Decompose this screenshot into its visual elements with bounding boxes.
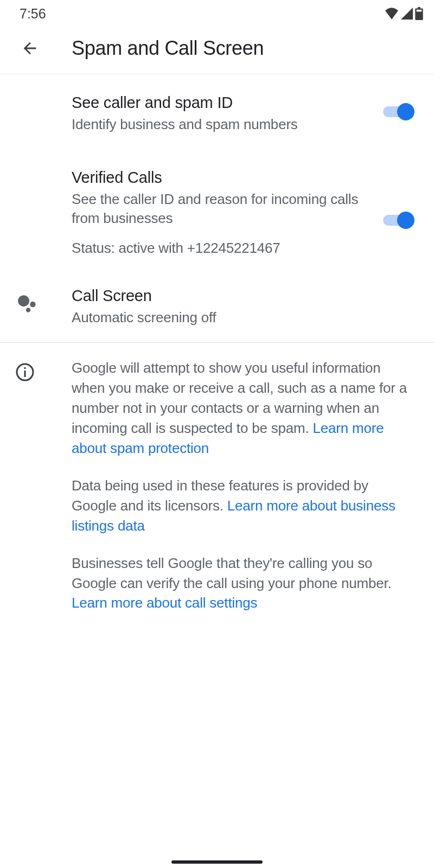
setting-subtitle: See the caller ID and reason for incomin… [72, 190, 385, 228]
nav-home-indicator[interactable] [171, 860, 263, 864]
arrow-left-icon [21, 39, 39, 58]
setting-title: Verified Calls [72, 169, 385, 187]
setting-verified-calls[interactable]: Verified Calls See the caller ID and rea… [0, 149, 434, 272]
cellular-icon [401, 8, 413, 20]
setting-subtitle: Automatic screening off [72, 308, 414, 327]
setting-title: Call Screen [72, 287, 414, 305]
wifi-icon [385, 8, 399, 20]
settings-list: See caller and spam ID Identify business… [0, 74, 434, 628]
battery-icon [415, 7, 423, 20]
status-bar: 7:56 [0, 0, 434, 25]
toggle-thumb [397, 212, 414, 229]
assistant-icon [15, 291, 41, 317]
setting-caller-spam-id[interactable]: See caller and spam ID Identify business… [0, 74, 434, 149]
info-paragraph-3: Businesses tell Google that they're call… [72, 553, 414, 614]
setting-subtitle: Identify business and spam numbers [72, 115, 385, 134]
svg-point-1 [30, 302, 36, 308]
info-section: Google will attempt to show you useful i… [0, 343, 434, 628]
learn-more-settings-link[interactable]: Learn more about call settings [72, 595, 257, 611]
toggle-verified-calls[interactable] [383, 212, 414, 229]
setting-status: Status: active with +12245221467 [72, 240, 385, 257]
info-text: Businesses tell Google that they're call… [72, 555, 392, 591]
info-paragraph-2: Data being used in these features is pro… [72, 476, 414, 536]
svg-point-0 [18, 295, 29, 307]
svg-rect-3 [24, 371, 26, 377]
status-time: 7:56 [20, 6, 46, 22]
status-icons [385, 7, 423, 20]
svg-rect-4 [24, 367, 26, 369]
back-button[interactable] [20, 38, 40, 59]
svg-point-2 [26, 308, 30, 312]
setting-title: See caller and spam ID [72, 94, 385, 112]
toggle-caller-spam-id[interactable] [383, 103, 414, 120]
page-title: Spam and Call Screen [72, 37, 264, 60]
info-icon [15, 362, 37, 384]
info-paragraph-1: Google will attempt to show you useful i… [72, 358, 414, 458]
header: Spam and Call Screen [0, 25, 434, 74]
setting-call-screen[interactable]: Call Screen Automatic screening off [0, 272, 434, 342]
toggle-thumb [397, 103, 414, 120]
